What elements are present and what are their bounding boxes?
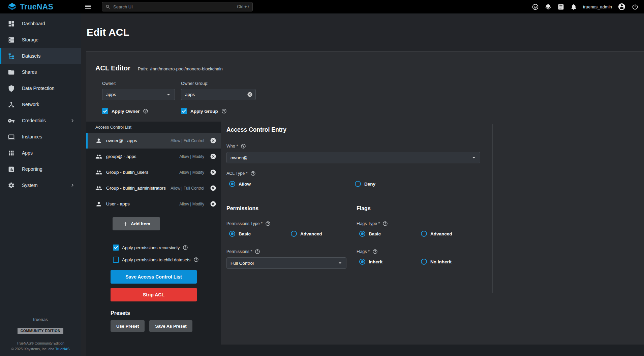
main-content: Edit ACL ACL Editor Path:/mnt/monero-poo… bbox=[81, 13, 644, 356]
layers-icon[interactable] bbox=[545, 3, 552, 10]
owner-label: Owner: bbox=[102, 81, 175, 86]
user-avatar-icon[interactable] bbox=[618, 3, 626, 11]
apply-owner-checkbox[interactable] bbox=[102, 108, 108, 114]
delete-entry-icon[interactable] bbox=[210, 153, 216, 160]
help-icon[interactable] bbox=[382, 221, 388, 226]
sidebar-item-instances[interactable]: Instances bbox=[0, 129, 81, 145]
acl-type-allow-radio[interactable]: Allow bbox=[229, 181, 355, 187]
data-protection-icon bbox=[8, 85, 15, 92]
vertical-divider bbox=[492, 124, 493, 293]
delete-entry-icon[interactable] bbox=[210, 185, 216, 191]
apply-child-datasets-checkbox[interactable] bbox=[113, 257, 119, 263]
flags-inherit-radio[interactable]: Inherit bbox=[359, 259, 421, 265]
acl-entry-row[interactable]: owner@ - apps Allow | Full Control bbox=[86, 133, 221, 149]
owner-select[interactable]: apps bbox=[102, 89, 175, 100]
shares-icon bbox=[8, 69, 15, 76]
sidebar-item-system[interactable]: System bbox=[0, 177, 81, 193]
save-acl-button[interactable]: Save Access Control List bbox=[111, 270, 197, 284]
save-as-preset-button[interactable]: Save As Preset bbox=[149, 320, 192, 332]
use-preset-button[interactable]: Use Preset bbox=[111, 320, 145, 332]
delete-entry-icon[interactable] bbox=[210, 169, 216, 175]
acl-entry-row[interactable]: Group - builtin_administrators Allow | F… bbox=[86, 180, 221, 196]
apply-recursively-checkbox[interactable] bbox=[113, 245, 119, 251]
flags-no-inherit-radio[interactable]: No Inherit bbox=[421, 259, 483, 265]
truenas-logo[interactable]: TrueNAS bbox=[0, 2, 80, 11]
acl-list-title: Access Control List bbox=[86, 122, 221, 133]
acl-type-deny-radio[interactable]: Deny bbox=[355, 181, 481, 187]
truenas-link[interactable]: TrueNAS bbox=[55, 347, 70, 351]
jobs-icon[interactable] bbox=[557, 3, 564, 10]
strip-acl-button[interactable]: Strip ACL bbox=[111, 288, 197, 301]
user-entry-icon bbox=[95, 201, 102, 207]
search-input[interactable] bbox=[113, 4, 234, 9]
acl-type-label: ACL Type * bbox=[226, 171, 644, 176]
sidebar-item-dashboard[interactable]: Dashboard bbox=[0, 15, 81, 32]
footer-edition-line: TrueNAS® Community Edition bbox=[0, 341, 81, 346]
radio-button[interactable] bbox=[229, 181, 235, 187]
search-icon bbox=[105, 4, 111, 9]
permissions-select[interactable]: Full Control bbox=[226, 257, 346, 269]
radio-button[interactable] bbox=[355, 181, 361, 187]
help-icon[interactable] bbox=[241, 143, 246, 149]
power-icon[interactable] bbox=[632, 3, 639, 10]
sidebar-item-reporting[interactable]: Reporting bbox=[0, 161, 81, 177]
help-icon[interactable] bbox=[183, 245, 188, 250]
apply-group-checkbox[interactable] bbox=[181, 108, 187, 114]
radio-button[interactable] bbox=[291, 231, 297, 237]
delete-entry-icon[interactable] bbox=[210, 137, 216, 144]
access-control-entry-form: Access Control Entry Who * owner@ bbox=[221, 122, 644, 345]
help-icon[interactable] bbox=[143, 108, 148, 114]
help-icon[interactable] bbox=[265, 221, 271, 226]
help-icon[interactable] bbox=[193, 257, 199, 262]
radio-button[interactable] bbox=[421, 231, 427, 237]
radio-button[interactable] bbox=[359, 259, 365, 265]
add-item-button[interactable]: Add Item bbox=[113, 217, 160, 230]
group-entry-icon bbox=[95, 169, 102, 176]
acl-entry-row[interactable]: User - apps Allow | Modify bbox=[86, 196, 221, 212]
sidebar-item-storage[interactable]: Storage bbox=[0, 32, 81, 48]
dropdown-icon[interactable] bbox=[470, 154, 477, 161]
search-bar[interactable]: Ctrl + / bbox=[102, 2, 253, 11]
permissions-type-advanced-radio[interactable]: Advanced bbox=[291, 231, 352, 237]
dropdown-icon[interactable] bbox=[337, 260, 343, 266]
owner-field: Owner: apps bbox=[102, 81, 175, 100]
sidebar-item-shares[interactable]: Shares bbox=[0, 64, 81, 80]
clear-icon[interactable] bbox=[247, 92, 253, 97]
help-icon[interactable] bbox=[372, 249, 378, 254]
help-icon[interactable] bbox=[221, 108, 227, 114]
footer-copyright-line: © 2025 iXsystems, Inc. dba TrueNAS bbox=[0, 346, 81, 352]
flags-type-basic-radio[interactable]: Basic bbox=[359, 231, 421, 237]
permissions-type-basic-radio[interactable]: Basic bbox=[229, 231, 291, 237]
apply-owner-checkbox-group: Apply Owner bbox=[102, 108, 175, 114]
radio-button[interactable] bbox=[229, 231, 235, 237]
help-icon[interactable] bbox=[255, 249, 260, 254]
radio-button[interactable] bbox=[421, 259, 427, 265]
hamburger-menu-icon[interactable] bbox=[84, 3, 92, 10]
logo-text: TrueNAS bbox=[20, 2, 53, 11]
page-title: Edit ACL bbox=[87, 27, 129, 38]
notifications-icon[interactable] bbox=[570, 3, 577, 10]
datasets-icon bbox=[8, 53, 15, 60]
sidebar-item-network[interactable]: Network bbox=[0, 96, 81, 112]
permissions-section: Permissions Permissions Type * Basic bbox=[226, 205, 357, 269]
who-select[interactable]: owner@ bbox=[226, 152, 480, 163]
owner-group-select[interactable]: apps bbox=[181, 89, 256, 100]
sidebar-item-apps[interactable]: Apps bbox=[0, 145, 81, 161]
feedback-icon[interactable] bbox=[532, 3, 539, 10]
sidebar-footer: truenas COMMUNITY EDITION TrueNAS® Commu… bbox=[0, 317, 81, 352]
acl-entry-row[interactable]: Group - builtin_users Allow | Modify bbox=[86, 164, 221, 180]
sidebar-item-datasets[interactable]: Datasets bbox=[0, 48, 81, 64]
user-entry-icon bbox=[95, 137, 102, 144]
logged-in-username[interactable]: truenas_admin bbox=[583, 4, 612, 9]
sidebar-item-credentials[interactable]: Credentials bbox=[0, 112, 81, 129]
flags-type-advanced-radio[interactable]: Advanced bbox=[421, 231, 483, 237]
who-label: Who * bbox=[226, 143, 644, 149]
console-footer-strip bbox=[86, 345, 644, 356]
delete-entry-icon[interactable] bbox=[210, 201, 216, 207]
dropdown-icon[interactable] bbox=[165, 91, 172, 98]
sidebar-item-data-protection[interactable]: Data Protection bbox=[0, 80, 81, 96]
acl-entry-row[interactable]: group@ - apps Allow | Modify bbox=[86, 149, 221, 164]
help-icon[interactable] bbox=[250, 171, 256, 176]
acl-editor-header: ACL Editor Path:/mnt/monero-pool/monero-… bbox=[86, 52, 644, 114]
radio-button[interactable] bbox=[359, 231, 365, 237]
